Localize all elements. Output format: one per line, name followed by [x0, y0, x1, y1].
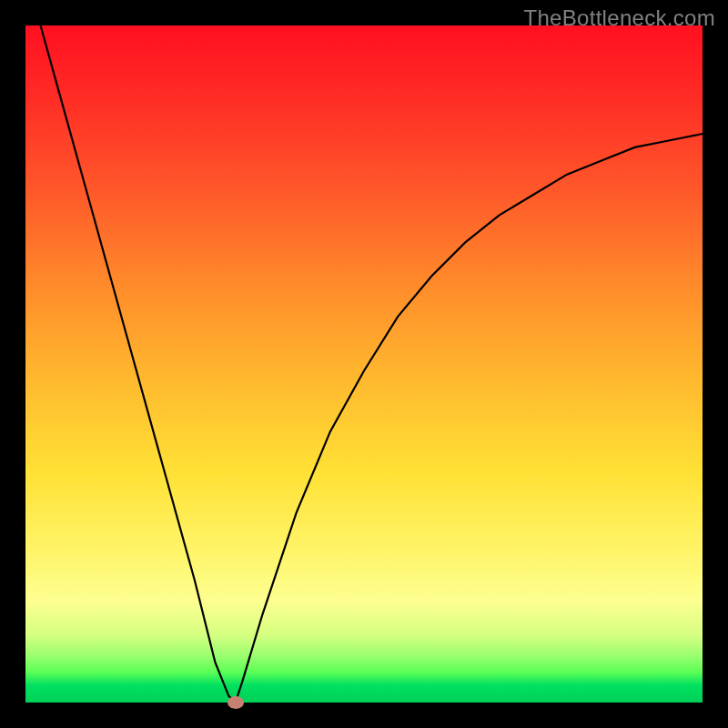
bottleneck-curve [25, 25, 703, 703]
curve-path [25, 0, 703, 703]
optimal-point-marker [228, 696, 244, 709]
watermark-text: TheBottleneck.com [523, 5, 715, 31]
chart-frame: TheBottleneck.com [0, 0, 728, 728]
plot-area [25, 25, 703, 703]
